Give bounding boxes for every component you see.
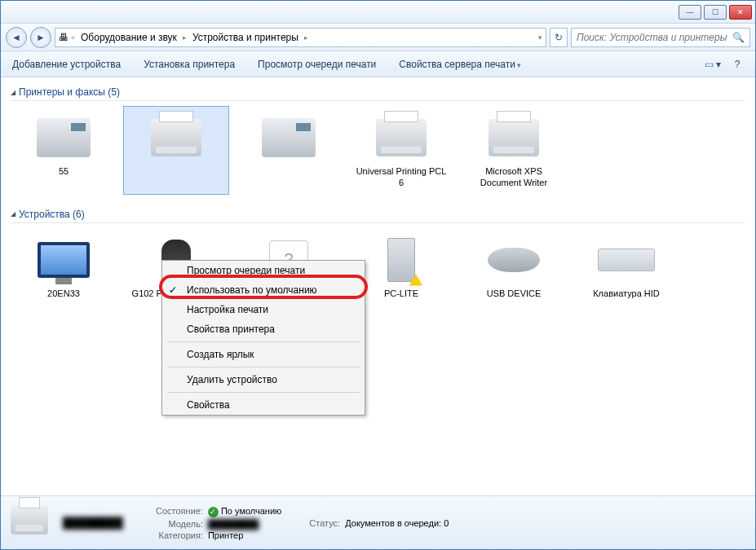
refresh-button[interactable]: ↻: [550, 28, 568, 47]
item-label: 20EN33: [47, 288, 80, 299]
printer-icon: [489, 119, 539, 156]
printer-icon: [376, 119, 427, 156]
printer-item[interactable]: Microsoft XPS Document Writer: [461, 106, 567, 195]
item-label: PC-LITE: [384, 288, 418, 299]
titlebar: — ☐ ✕: [1, 1, 755, 24]
group-devices: ◢ Устройства (6) 20EN33 G102 Prodigy Gam…: [11, 206, 745, 317]
usb-device-icon: [488, 248, 540, 272]
details-category-value: Принтер: [208, 530, 281, 540]
keyboard-icon: [598, 249, 655, 271]
context-menu: Просмотр очереди печати Использовать по …: [161, 260, 365, 416]
menu-remove-device[interactable]: Удалить устройство: [162, 370, 365, 389]
fax-icon: [37, 118, 91, 157]
details-state-label: Состояние:: [156, 506, 203, 517]
details-model-value: ████████: [208, 519, 281, 529]
monitor-icon: [38, 242, 90, 278]
details-model-label: Модель:: [156, 519, 203, 529]
server-props-button[interactable]: Свойства сервера печати: [396, 56, 524, 73]
details-device-name: ████████: [63, 517, 144, 529]
help-button[interactable]: ?: [727, 56, 747, 73]
close-button[interactable]: ✕: [729, 5, 752, 20]
breadcrumb-item-hardware[interactable]: Оборудование и звук: [77, 30, 180, 45]
details-thumbnail: [11, 505, 51, 541]
content-area: ◢ Принтеры и факсы (5) 55 Uni: [1, 77, 755, 495]
menu-separator: [167, 392, 360, 393]
printer-item[interactable]: [236, 106, 342, 195]
toolbar: Добавление устройства Установка принтера…: [1, 51, 755, 77]
chevron-right-icon: ▸: [304, 33, 308, 42]
menu-print-settings[interactable]: Настройка печати: [162, 300, 365, 319]
menu-separator: [167, 341, 360, 342]
details-status-value: Документов в очереди: 0: [345, 518, 449, 528]
search-box[interactable]: 🔍: [571, 28, 750, 47]
back-button[interactable]: ◄: [6, 27, 27, 48]
printer-icon: [151, 119, 201, 156]
menu-properties[interactable]: Свойства: [162, 395, 365, 415]
view-queue-button[interactable]: Просмотр очереди печати: [254, 56, 379, 73]
printer-icon: [11, 505, 48, 535]
breadcrumb-prefix: «: [71, 33, 75, 42]
menu-printer-props[interactable]: Свойства принтера: [162, 319, 365, 339]
chevron-down-icon[interactable]: ▾: [538, 33, 542, 42]
printer-item-selected[interactable]: [123, 106, 229, 195]
ok-icon: ✓: [208, 507, 219, 517]
group-title: Принтеры и факсы (5): [19, 86, 120, 98]
fax-icon: [262, 118, 316, 157]
group-header-printers[interactable]: ◢ Принтеры и факсы (5): [11, 84, 745, 101]
view-options-button[interactable]: ▭ ▾: [703, 56, 723, 73]
item-label: Клавиатура HID: [593, 288, 660, 299]
explorer-window: — ☐ ✕ ◄ ► 🖶 « Оборудование и звук ▸ Устр…: [0, 0, 756, 550]
nav-bar: ◄ ► 🖶 « Оборудование и звук ▸ Устройства…: [1, 24, 755, 51]
collapse-icon: ◢: [11, 210, 15, 218]
device-item[interactable]: 20EN33: [11, 228, 117, 317]
item-label: Universal Printing PCL 6: [354, 165, 449, 189]
forward-button[interactable]: ►: [30, 27, 51, 48]
collapse-icon: ◢: [11, 89, 15, 96]
menu-separator: [167, 367, 360, 367]
minimize-button[interactable]: —: [679, 5, 701, 20]
group-printers: ◢ Принтеры и факсы (5) 55 Uni: [11, 84, 745, 195]
details-pane: ████████ Состояние: ✓По умолчанию Модель…: [1, 495, 755, 549]
printer-item[interactable]: 55: [11, 106, 117, 195]
menu-set-default[interactable]: Использовать по умолчанию: [162, 280, 365, 300]
breadcrumb[interactable]: 🖶 « Оборудование и звук ▸ Устройства и п…: [55, 28, 546, 47]
menu-create-shortcut[interactable]: Создать ярлык: [162, 345, 365, 364]
details-state-value: ✓По умолчанию: [208, 506, 281, 517]
search-input[interactable]: [577, 32, 732, 43]
item-label: USB DEVICE: [487, 288, 542, 299]
maximize-button[interactable]: ☐: [704, 5, 727, 20]
device-item[interactable]: USB DEVICE: [461, 228, 567, 317]
details-category-label: Категория:: [156, 530, 203, 540]
menu-view-queue[interactable]: Просмотр очереди печати: [162, 261, 365, 280]
device-item[interactable]: Клавиатура HID: [573, 228, 679, 317]
devices-icon: 🖶: [59, 32, 69, 43]
add-printer-button[interactable]: Установка принтера: [140, 56, 238, 73]
details-status-label: Статус:: [309, 518, 340, 528]
group-title: Устройства (6): [19, 209, 85, 220]
item-label: 55: [59, 165, 69, 177]
printer-item[interactable]: Universal Printing PCL 6: [348, 106, 454, 195]
search-icon[interactable]: 🔍: [732, 32, 745, 43]
chevron-right-icon: ▸: [183, 33, 187, 42]
pc-tower-icon: [387, 238, 415, 282]
group-header-devices[interactable]: ◢ Устройства (6): [11, 206, 745, 223]
breadcrumb-item-devices[interactable]: Устройства и принтеры: [189, 30, 302, 45]
item-label: Microsoft XPS Document Writer: [466, 165, 561, 189]
add-device-button[interactable]: Добавление устройства: [9, 56, 124, 73]
